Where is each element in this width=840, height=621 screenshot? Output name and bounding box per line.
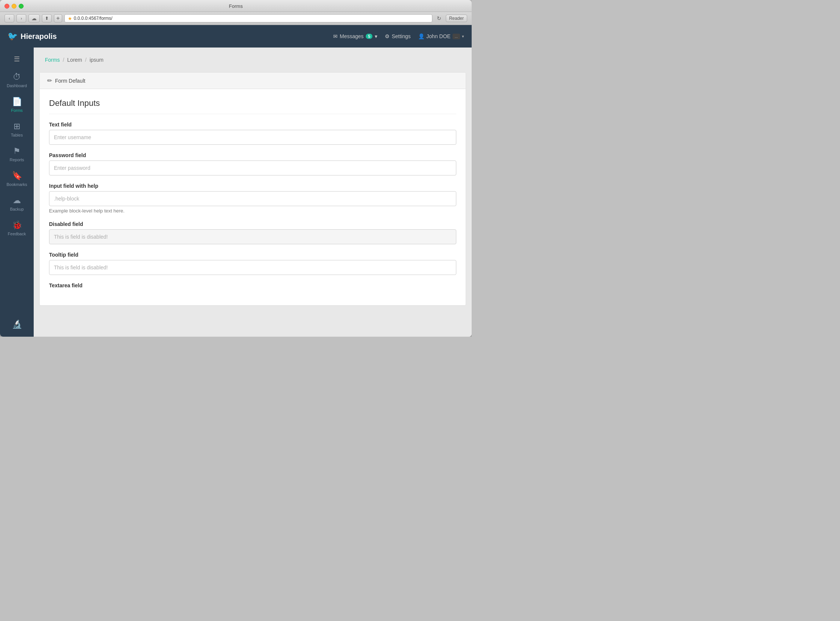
content-area: Forms / Lorem / ipsum ✏ Form Default Def… [34,47,472,337]
bookmarks-icon: 🔖 [12,171,22,181]
back-button[interactable]: ‹ [5,14,14,23]
top-nav-right: ✉ Messages 5 ▾ ⚙ Settings 👤 John DOE ...… [333,33,464,39]
close-button[interactable] [5,4,9,9]
settings-label: Settings [392,33,411,39]
sidebar: ☰ ⏱ Dashboard 📄 Forms ⊞ Tables ⚑ Reports [0,47,34,337]
reload-button[interactable]: ↻ [434,14,444,23]
sidebar-bottom: 🔬 [0,314,34,337]
messages-badge: 5 [366,34,372,39]
minimize-button[interactable] [12,4,17,9]
browser-toolbar: ‹ › ☁ ⬆ + ★ 0.0.0.0:4567/forms/ ↻ Reader [0,12,472,25]
user-name: John DOE [426,33,451,39]
sidebar-feedback-label: Feedback [8,232,26,236]
form-group-disabled: Disabled field [49,221,456,244]
sidebar-item-tables[interactable]: ⊞ Tables [0,117,34,141]
gear-icon: ⚙ [385,33,390,39]
tables-icon: ⊞ [14,121,20,131]
sidebar-item-reports[interactable]: ⚑ Reports [0,141,34,166]
settings-nav-item[interactable]: ⚙ Settings [385,33,411,39]
sidebar-item-backup[interactable]: ☁ Backup [0,191,34,215]
brand-name: Hierapolis [21,32,57,41]
backup-icon: ☁ [13,195,21,205]
top-nav: 🐦 Hierapolis ✉ Messages 5 ▾ ⚙ Settings 👤… [0,25,472,47]
new-tab-button[interactable]: + [54,14,62,23]
sidebar-tables-label: Tables [11,133,23,137]
main-layout: ☰ ⏱ Dashboard 📄 Forms ⊞ Tables ⚑ Reports [0,47,472,337]
traffic-lights [5,4,24,9]
lab-icon: 🔬 [12,320,22,329]
panel-header: ✏ Form Default [39,73,466,89]
messages-label: Messages [340,33,364,39]
password-field-input[interactable] [49,161,456,176]
help-field-label: Input field with help [49,183,456,189]
help-field-text: Example block-level help text here. [49,208,456,214]
textarea-field-label: Textarea field [49,282,456,288]
form-group-tooltip: Tooltip field [49,252,456,275]
breadcrumb-sep2: / [85,57,87,63]
sidebar-backup-label: Backup [10,207,24,211]
brand: 🐦 Hierapolis [8,32,57,41]
panel-title: Form Default [55,78,85,84]
sidebar-dashboard-label: Dashboard [7,83,27,88]
text-field-input[interactable] [49,130,456,145]
form-group-textarea: Textarea field [49,282,456,288]
disabled-field-input [49,229,456,244]
reader-button[interactable]: Reader [446,15,467,22]
sidebar-item-feedback[interactable]: 🐞 Feedback [0,215,34,240]
disabled-field-label: Disabled field [49,221,456,227]
messages-nav-item[interactable]: ✉ Messages 5 ▾ [333,33,378,39]
url-bar[interactable]: ★ 0.0.0.0:4567/forms/ [64,14,432,23]
feedback-icon: 🐞 [12,220,22,230]
envelope-icon: ✉ [333,33,338,39]
browser-window: Forms ‹ › ☁ ⬆ + ★ 0.0.0.0:4567/forms/ ↻ … [0,0,472,337]
dashboard-icon: ⏱ [13,72,21,82]
sidebar-item-lab[interactable]: 🔬 [0,314,34,333]
breadcrumb-ipsum[interactable]: ipsum [90,57,103,63]
sidebar-item-dashboard[interactable]: ⏱ Dashboard [0,67,34,92]
edit-icon: ✏ [47,77,52,84]
forward-button[interactable]: › [17,14,26,23]
maximize-button[interactable] [19,4,24,9]
breadcrumb-sep1: / [63,57,64,63]
user-dots: ... [453,34,460,39]
form-group-text: Text field [49,121,456,145]
user-dropdown-arrow: ▾ [462,34,464,39]
help-field-input[interactable] [49,191,456,206]
browser-titlebar: Forms [0,0,472,12]
panel-body: Default Inputs Text field Password field [39,89,466,305]
messages-dropdown-arrow: ▾ [375,33,377,39]
user-nav-item[interactable]: 👤 John DOE ... ▾ [418,33,464,39]
reports-icon: ⚑ [13,146,21,156]
form-group-password: Password field [49,152,456,176]
breadcrumb-forms[interactable]: Forms [45,57,60,63]
password-field-label: Password field [49,152,456,158]
breadcrumb-lorem[interactable]: Lorem [67,57,82,63]
form-group-help: Input field with help Example block-leve… [49,183,456,214]
cloud-icon: ☁ [29,14,39,23]
text-field-label: Text field [49,121,456,127]
app-container: 🐦 Hierapolis ✉ Messages 5 ▾ ⚙ Settings 👤… [0,25,472,337]
sidebar-item-forms[interactable]: 📄 Forms [0,92,34,117]
share-button[interactable]: ⬆ [42,14,52,23]
url-text: 0.0.0.0:4567/forms/ [74,16,112,21]
sidebar-toggle-button[interactable]: ☰ [0,51,34,67]
sidebar-reports-label: Reports [10,158,24,162]
section-title: Default Inputs [49,98,456,114]
forms-icon: 📄 [12,97,22,107]
breadcrumb: Forms / Lorem / ipsum [39,53,466,67]
brand-icon: 🐦 [8,32,18,41]
bookmark-star-icon: ★ [68,16,72,21]
sidebar-forms-label: Forms [11,108,23,113]
tooltip-field-label: Tooltip field [49,252,456,258]
user-icon: 👤 [418,33,424,39]
tooltip-field-input[interactable] [49,260,456,275]
form-panel: ✏ Form Default Default Inputs Text field… [39,72,466,306]
sidebar-item-bookmarks[interactable]: 🔖 Bookmarks [0,166,34,191]
sidebar-bookmarks-label: Bookmarks [6,182,27,187]
browser-title: Forms [229,3,243,9]
